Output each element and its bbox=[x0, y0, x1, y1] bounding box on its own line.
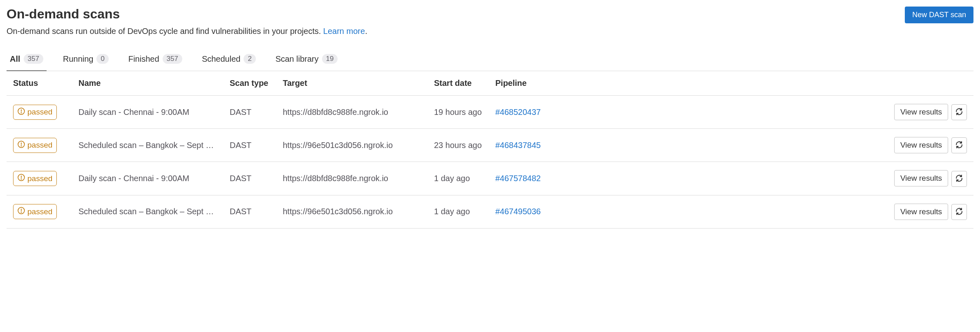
retry-button[interactable] bbox=[951, 104, 967, 120]
svg-point-5 bbox=[21, 146, 21, 146]
view-results-button[interactable]: View results bbox=[894, 104, 948, 120]
tab-label: Running bbox=[63, 54, 94, 64]
status-text: passed bbox=[27, 174, 52, 183]
table-row: passedScheduled scan – Bangkok – Sept 25… bbox=[7, 129, 973, 162]
view-results-button[interactable]: View results bbox=[894, 170, 948, 186]
scan-target: https://96e501c3d056.ngrok.io bbox=[276, 129, 427, 162]
tab-all[interactable]: All357 bbox=[7, 49, 47, 71]
column-header-actions bbox=[558, 71, 973, 96]
column-header-target: Target bbox=[276, 71, 427, 96]
page-subtitle: On-demand scans run outside of DevOps cy… bbox=[7, 27, 973, 36]
status-badge[interactable]: passed bbox=[13, 138, 57, 153]
start-date: 19 hours ago bbox=[427, 96, 489, 129]
new-dast-scan-button[interactable]: New DAST scan bbox=[905, 7, 973, 23]
scan-type: DAST bbox=[223, 162, 276, 195]
tabs-nav: All357Running0Finished357Scheduled2Scan … bbox=[7, 49, 973, 71]
status-text: passed bbox=[27, 108, 52, 117]
warning-icon bbox=[18, 174, 25, 183]
column-header-status: Status bbox=[7, 71, 72, 96]
column-header-scan-type: Scan type bbox=[223, 71, 276, 96]
tab-running[interactable]: Running0 bbox=[60, 49, 112, 71]
tab-label: Finished bbox=[128, 54, 159, 64]
pipeline-link[interactable]: #468520437 bbox=[495, 108, 541, 117]
warning-icon bbox=[18, 108, 25, 117]
column-header-start-date: Start date bbox=[427, 71, 489, 96]
pipeline-link[interactable]: #467495036 bbox=[495, 207, 541, 216]
page-title: On-demand scans bbox=[7, 7, 120, 22]
retry-icon bbox=[955, 174, 963, 184]
pipeline-link[interactable]: #467578482 bbox=[495, 174, 541, 183]
scan-name: Daily scan - Chennai - 9:00AM bbox=[72, 162, 223, 195]
scans-table: Status Name Scan type Target Start date … bbox=[7, 71, 973, 229]
tab-label: Scan library bbox=[275, 54, 319, 64]
scan-name: Scheduled scan – Bangkok – Sept 25… bbox=[72, 129, 223, 162]
retry-icon bbox=[955, 207, 963, 217]
start-date: 1 day ago bbox=[427, 195, 489, 228]
scan-target: https://96e501c3d056.ngrok.io bbox=[276, 195, 427, 228]
view-results-button[interactable]: View results bbox=[894, 204, 948, 220]
column-header-name: Name bbox=[72, 71, 223, 96]
tab-count: 357 bbox=[163, 54, 182, 64]
table-row: passedScheduled scan – Bangkok – Sept 25… bbox=[7, 195, 973, 228]
learn-more-link[interactable]: Learn more bbox=[323, 27, 365, 36]
tab-count: 19 bbox=[322, 54, 338, 64]
status-text: passed bbox=[27, 141, 52, 150]
status-badge[interactable]: passed bbox=[13, 105, 57, 120]
svg-point-2 bbox=[21, 112, 21, 113]
retry-button[interactable] bbox=[951, 137, 967, 153]
scan-target: https://d8bfd8c988fe.ngrok.io bbox=[276, 162, 427, 195]
retry-button[interactable] bbox=[951, 171, 967, 187]
status-text: passed bbox=[27, 207, 52, 216]
subtitle-suffix: . bbox=[365, 27, 367, 36]
tab-count: 357 bbox=[24, 54, 43, 64]
column-header-pipeline: Pipeline bbox=[489, 71, 558, 96]
retry-icon bbox=[955, 141, 963, 150]
scan-target: https://d8bfd8c988fe.ngrok.io bbox=[276, 96, 427, 129]
scan-name: Scheduled scan – Bangkok – Sept 25… bbox=[72, 195, 223, 228]
status-badge[interactable]: passed bbox=[13, 204, 57, 219]
scan-type: DAST bbox=[223, 129, 276, 162]
view-results-button[interactable]: View results bbox=[894, 137, 948, 153]
status-badge[interactable]: passed bbox=[13, 171, 57, 186]
tab-label: All bbox=[10, 54, 20, 64]
tab-finished[interactable]: Finished357 bbox=[125, 49, 186, 71]
table-row: passedDaily scan - Chennai - 9:00AMDASTh… bbox=[7, 96, 973, 129]
pipeline-link[interactable]: #468437845 bbox=[495, 141, 541, 150]
retry-icon bbox=[955, 108, 963, 117]
scan-type: DAST bbox=[223, 96, 276, 129]
retry-button[interactable] bbox=[951, 204, 967, 220]
table-row: passedDaily scan - Chennai - 9:00AMDASTh… bbox=[7, 162, 973, 195]
tab-label: Scheduled bbox=[202, 54, 241, 64]
svg-point-8 bbox=[21, 179, 21, 179]
start-date: 1 day ago bbox=[427, 162, 489, 195]
start-date: 23 hours ago bbox=[427, 129, 489, 162]
subtitle-text: On-demand scans run outside of DevOps cy… bbox=[7, 27, 323, 36]
warning-icon bbox=[18, 207, 25, 216]
tab-scheduled[interactable]: Scheduled2 bbox=[199, 49, 259, 71]
tab-scan-library[interactable]: Scan library19 bbox=[272, 49, 341, 71]
scan-name: Daily scan - Chennai - 9:00AM bbox=[72, 96, 223, 129]
tab-count: 0 bbox=[96, 54, 108, 64]
warning-icon bbox=[18, 141, 25, 150]
scan-type: DAST bbox=[223, 195, 276, 228]
svg-point-11 bbox=[21, 212, 21, 213]
tab-count: 2 bbox=[244, 54, 255, 64]
